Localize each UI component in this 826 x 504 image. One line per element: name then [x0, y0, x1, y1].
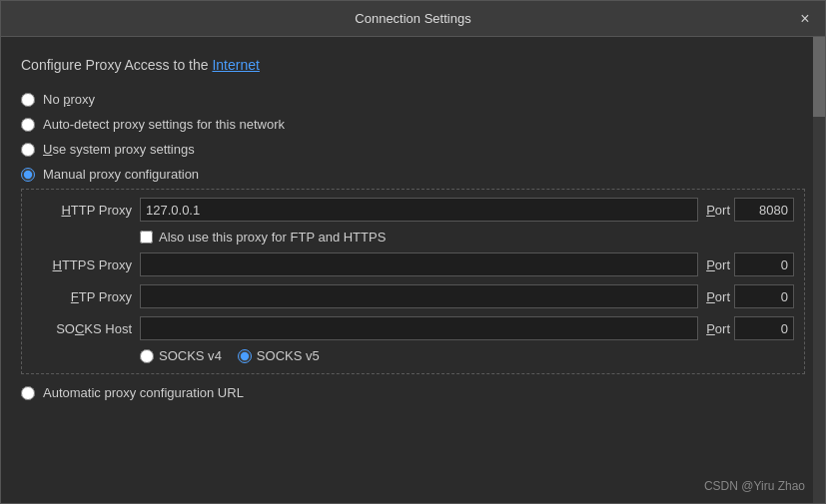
https-port-input[interactable]: 0	[734, 252, 794, 276]
system-proxy-radio[interactable]	[21, 143, 35, 157]
manual-proxy-radio[interactable]	[21, 168, 35, 182]
no-proxy-label: No proxy	[43, 92, 95, 107]
socks5-radio[interactable]	[238, 349, 252, 363]
auto-url-label: Automatic proxy configuration URL	[43, 385, 244, 400]
manual-proxy-option[interactable]: Manual proxy configuration	[21, 162, 805, 187]
no-proxy-radio[interactable]	[21, 93, 35, 107]
ftp-proxy-label: FTP Proxy	[32, 289, 132, 304]
socks4-label: SOCKS v4	[159, 348, 222, 363]
socks4-option[interactable]: SOCKS v4	[140, 348, 222, 363]
socks-host-input[interactable]	[140, 316, 698, 340]
manual-config-section: HTTP Proxy 127.0.0.1 Port 8080 Also use …	[21, 189, 805, 374]
ftp-proxy-input[interactable]	[140, 284, 698, 308]
close-button[interactable]: ×	[795, 9, 815, 29]
socks-host-label: SOCKS Host	[32, 321, 132, 336]
ftp-port-input[interactable]: 0	[734, 284, 794, 308]
dialog-content: Configure Proxy Access to the Internet N…	[1, 37, 825, 503]
https-port-label: Port	[706, 257, 730, 272]
connection-settings-dialog: Connection Settings × Configure Proxy Ac…	[0, 0, 826, 504]
proxy-options-group: No proxy Auto-detect proxy settings for …	[21, 87, 805, 405]
scrollbar-track[interactable]	[813, 37, 825, 503]
socks-port-input[interactable]: 0	[734, 316, 794, 340]
auto-detect-label: Auto-detect proxy settings for this netw…	[43, 117, 285, 132]
section-title-prefix: Configure Proxy Access to the	[21, 57, 212, 73]
ftp-proxy-row: FTP Proxy Port 0	[32, 284, 794, 308]
https-proxy-label: HTTPS Proxy	[32, 257, 132, 272]
auto-url-radio[interactable]	[21, 386, 35, 400]
socks5-option[interactable]: SOCKS v5	[238, 348, 320, 363]
socks-port-label: Port	[706, 321, 730, 336]
dialog-title: Connection Settings	[355, 11, 470, 26]
auto-url-option[interactable]: Automatic proxy configuration URL	[21, 380, 805, 405]
also-use-label: Also use this proxy for FTP and HTTPS	[159, 230, 386, 245]
http-proxy-label: HTTP Proxy	[32, 203, 132, 218]
auto-detect-option[interactable]: Auto-detect proxy settings for this netw…	[21, 112, 805, 137]
title-bar: Connection Settings ×	[1, 1, 825, 37]
socks-version-group: SOCKS v4 SOCKS v5	[140, 348, 794, 363]
watermark: CSDN @Yiru Zhao	[704, 479, 805, 493]
also-use-row: Also use this proxy for FTP and HTTPS	[140, 230, 794, 245]
manual-proxy-label: Manual proxy configuration	[43, 167, 199, 182]
system-proxy-label: Use system proxy settings	[43, 142, 195, 157]
section-title-highlight: Internet	[212, 57, 259, 73]
https-proxy-row: HTTPS Proxy Port 0	[32, 252, 794, 276]
no-proxy-option[interactable]: No proxy	[21, 87, 805, 112]
https-proxy-input[interactable]	[140, 252, 698, 276]
socks4-radio[interactable]	[140, 349, 154, 363]
http-proxy-input[interactable]: 127.0.0.1	[140, 198, 698, 222]
scrollbar-thumb[interactable]	[813, 37, 825, 117]
auto-detect-radio[interactable]	[21, 118, 35, 132]
http-port-label: Port	[706, 203, 730, 218]
system-proxy-option[interactable]: Use system proxy settings	[21, 137, 805, 162]
section-title: Configure Proxy Access to the Internet	[21, 57, 805, 73]
ftp-port-label: Port	[706, 289, 730, 304]
also-use-checkbox[interactable]	[140, 231, 153, 244]
http-port-input[interactable]: 8080	[734, 198, 794, 222]
socks-host-row: SOCKS Host Port 0	[32, 316, 794, 340]
manual-proxy-section: Manual proxy configuration HTTP Proxy 12…	[21, 162, 805, 374]
socks5-label: SOCKS v5	[257, 348, 320, 363]
http-proxy-row: HTTP Proxy 127.0.0.1 Port 8080	[32, 198, 794, 222]
